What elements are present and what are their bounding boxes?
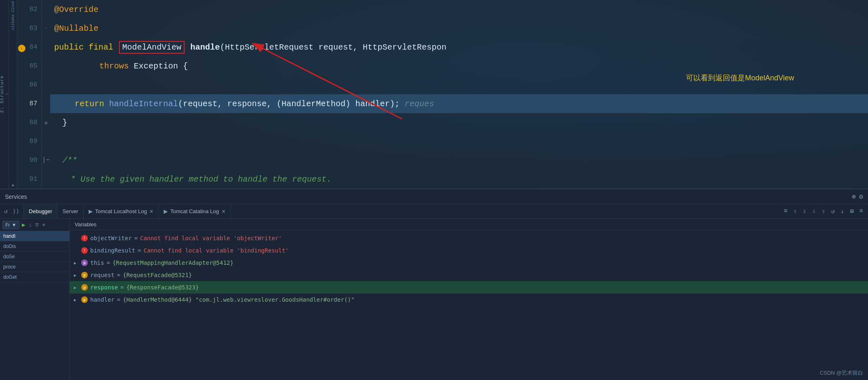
main-content: Fr ▼ ▶ ↓ ▽ + handl doDis doSe	[0, 219, 868, 380]
code-line-89	[50, 132, 868, 151]
toolbar-filter-icon[interactable]: ⇣	[839, 207, 846, 216]
cloud-explorer-icon[interactable]: Alibaba Cloud Explorer	[10, 2, 16, 9]
stack-item-handl[interactable]: handl	[0, 231, 69, 241]
expand-icon[interactable]: ⟩⟩	[11, 207, 21, 216]
debug-toolbar: Fr ▼ ▶ ↓ ▽ +	[0, 219, 69, 231]
debug-add-icon[interactable]: +	[41, 221, 46, 229]
fold-86	[42, 75, 50, 94]
var-icon-objectwriter: !	[81, 235, 88, 241]
web-icon[interactable]: ◈	[10, 182, 16, 189]
var-name-this: this	[90, 259, 104, 266]
toolbar-grid-icon[interactable]: ⊞	[848, 207, 855, 216]
frame-selector[interactable]: Fr ▼	[2, 221, 19, 229]
code-editor: ↕ Z: Structure Alibaba Cloud Explorer ◈ …	[0, 0, 868, 189]
code-line-85: throws Exception {	[50, 57, 868, 75]
line-88: 88	[17, 113, 41, 132]
line-badge-84: ↑	[18, 45, 25, 52]
tab-server-label: Server	[62, 208, 78, 214]
refresh-icon[interactable]: ↺	[2, 207, 9, 216]
var-name-response: response	[90, 284, 118, 291]
variables-label: Variables	[75, 221, 96, 228]
stack-item-dose[interactable]: doSe	[0, 252, 69, 262]
branding: CSDN @艺术留白	[820, 369, 863, 377]
var-item-bindingresult: ! bindingResult = Cannot find local vari…	[70, 244, 868, 257]
var-icon-this: p	[81, 259, 88, 266]
line-83: 83	[17, 19, 41, 38]
code-line-83: @Nullable	[50, 19, 868, 38]
tab-tomcat-localhost-close[interactable]: ✕	[149, 209, 153, 214]
var-item-objectwriter: ! objectWriter = Cannot find local varia…	[70, 232, 868, 244]
toolbar-up2-icon[interactable]: ⇧	[820, 207, 827, 216]
model-and-view-box: ModelAndView	[119, 41, 185, 54]
stack-item-proce[interactable]: proce	[0, 262, 69, 272]
structure-icon: ↕	[5, 91, 9, 98]
var-icon-response: p	[81, 284, 88, 291]
line-86: 86	[17, 75, 41, 94]
tab-tomcat-localhost-icon: ▶	[89, 208, 93, 214]
line-91: 91	[17, 170, 41, 189]
code-line-86	[50, 75, 868, 94]
var-name-bindingresult: bindingResult	[90, 247, 135, 254]
stack-item-label: doGet	[3, 274, 17, 280]
services-settings-icon[interactable]: ⊕	[852, 193, 856, 201]
var-item-handler: ▶ p handler = {HandlerMethod@6444} "com.…	[70, 294, 868, 306]
line-87: 87	[17, 94, 41, 113]
frame-label: Fr	[5, 222, 10, 228]
toolbar-up-icon[interactable]: ⇧	[792, 207, 799, 216]
code-content: @Override @Nullable public final ModelAn…	[50, 0, 868, 189]
stack-item-dodis[interactable]: doDis	[0, 241, 69, 252]
debug-sidebar: Fr ▼ ▶ ↓ ▽ + handl doDis doSe	[0, 219, 70, 380]
fold-82	[42, 0, 50, 19]
structure-label: Z: Structure	[0, 75, 5, 113]
services-header: Services ⊕ ⚙	[0, 189, 868, 204]
variables-list: ! objectWriter = Cannot find local varia…	[70, 230, 868, 380]
stack-item-doget[interactable]: doGet	[0, 272, 69, 282]
var-value-this: {RequestMappingHandlerAdapter@5412}	[112, 259, 233, 266]
fold-87	[42, 94, 50, 113]
fold-83[interactable]: −	[42, 19, 50, 38]
services-gear-icon[interactable]: ⚙	[859, 193, 863, 201]
services-title: Services	[5, 193, 27, 200]
debug-play-icon[interactable]: ▶	[21, 221, 26, 229]
line-85: 85	[17, 57, 41, 75]
var-name-handler: handler	[90, 296, 114, 303]
stack-item-label: handl	[3, 233, 15, 239]
debug-down-icon[interactable]: ↓	[28, 221, 33, 229]
var-value-handler: {HandlerMethod@6444} "com.jl.web.viewres…	[123, 296, 354, 303]
tab-tomcat-localhost[interactable]: ▶ Tomcat Localhost Log ✕	[84, 204, 159, 218]
var-name-request: request	[90, 272, 114, 278]
fold-85	[42, 57, 50, 75]
toolbar-down2-icon[interactable]: ⇩	[811, 207, 818, 216]
tab-tomcat-catalina-icon: ▶	[164, 208, 168, 214]
stack-item-label: proce	[3, 264, 16, 270]
stack-item-label: doSe	[3, 254, 15, 259]
fold-88: ◇	[42, 113, 50, 132]
structure-panel: ↕ Z: Structure	[0, 0, 9, 189]
debug-filter-icon[interactable]: ▽	[34, 221, 39, 229]
var-item-request: ▶ p request = {RequestFacade@5321}	[70, 269, 868, 281]
tab-tomcat-catalina[interactable]: ▶ Tomcat Catalina Log ✕	[159, 204, 231, 218]
toolbar-down-icon[interactable]: ⇩	[801, 207, 808, 216]
code-line-91: * Use the given handler method to handle…	[50, 170, 868, 189]
line-84: 84 ↑	[17, 38, 41, 57]
toolbar-list-icon[interactable]: ≡	[782, 207, 789, 216]
toolbar-rotate-icon[interactable]: ↺	[829, 207, 836, 216]
left-icons: Alibaba Cloud Explorer ◈	[9, 0, 17, 189]
fold-84	[42, 38, 50, 57]
variables-header: Variables	[70, 219, 868, 230]
tab-debugger[interactable]: Debugger	[24, 204, 57, 218]
code-line-82: @Override	[50, 0, 868, 19]
var-value-response: {ResponseFacade@5323}	[126, 284, 199, 291]
toolbar-lines-icon[interactable]: ≡	[858, 207, 865, 216]
tab-tomcat-localhost-label: Tomcat Localhost Log	[95, 208, 147, 214]
fold-90: |−	[42, 151, 50, 170]
stack-list: handl doDis doSe proce doGet	[0, 231, 69, 380]
var-icon-request: p	[81, 272, 88, 278]
toolbar-left: ↺ ⟩⟩	[0, 204, 24, 218]
services-panel: Services ⊕ ⚙ ↺ ⟩⟩ Debugger Server ▶ Tomc…	[0, 189, 868, 380]
toolbar-right: ≡ ⇧ ⇩ ⇩ ⇧ ↺ ⇣ ⊞ ≡	[779, 204, 868, 218]
tab-tomcat-catalina-close[interactable]: ✕	[222, 209, 226, 214]
tab-server[interactable]: Server	[57, 204, 83, 218]
line-82: 82	[17, 0, 41, 19]
line-89: 89	[17, 132, 41, 151]
